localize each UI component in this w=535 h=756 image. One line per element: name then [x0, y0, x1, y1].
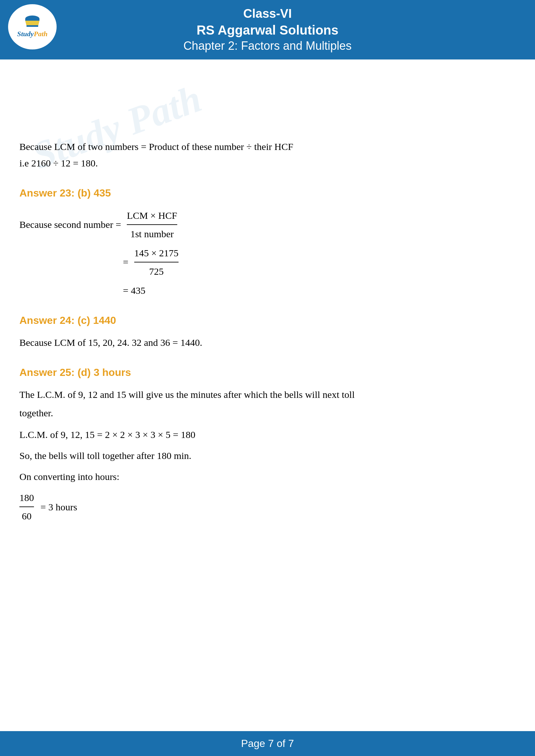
answer-24-section: Answer 24: (c) 1440 Because LCM of 15, 2… [19, 311, 516, 351]
answer-23-value: (b) 435 [78, 187, 111, 199]
logo-pen-icon [23, 15, 42, 30]
fraction2-denominator: 725 [149, 262, 164, 280]
answer-25-line4: So, the bells will toll together after 1… [19, 447, 516, 464]
svg-rect-1 [25, 19, 40, 21]
answer-25-line3: L.C.M. of 9, 12, 15 = 2 × 2 × 3 × 3 × 5 … [19, 426, 516, 443]
answer-24-heading: Answer 24: (c) 1440 [19, 311, 516, 329]
answer-25-section: Answer 25: (d) 3 hours The L.C.M. of 9, … [19, 364, 516, 524]
answer-25-value: (d) 3 hours [78, 366, 131, 378]
page-wrapper: Study Path Class-VI RS Aggarwal Solution… [0, 0, 535, 756]
answer-25-line1: The L.C.M. of 9, 12 and 15 will give us … [19, 386, 516, 403]
header-class: Class-VI [183, 6, 352, 22]
logo-circle: Study Path [8, 4, 57, 49]
answer-25-heading: Answer 25: (d) 3 hours [19, 364, 516, 381]
header-text-block: Class-VI RS Aggarwal Solutions Chapter 2… [183, 6, 352, 54]
page-header: Study Path Class-VI RS Aggarwal Solution… [0, 0, 535, 60]
svg-marker-2 [25, 21, 40, 26]
answer-23-fraction2: 145 × 2175 725 [134, 245, 179, 280]
answer-23-label: Answer 23: [19, 187, 75, 199]
answer-23-body: Because second number = LCM × HCF 1st nu… [19, 207, 516, 299]
answer-25-body: The L.C.M. of 9, 12 and 15 will give us … [19, 386, 516, 524]
fraction-180-60: 180 60 [19, 489, 34, 524]
answer-24-value: (c) 1440 [78, 314, 116, 326]
header-book: RS Aggarwal Solutions [183, 22, 352, 39]
answer-24-line1: Because LCM of 15, 20, 24. 32 and 36 = 1… [19, 334, 516, 351]
main-content: Study Path Because LCM of two numbers = … [0, 60, 535, 756]
page-number: Page 7 of 7 [13, 738, 522, 749]
fraction-180-num: 180 [19, 489, 34, 507]
equals1: = [123, 254, 128, 270]
logo-study-text: Study [17, 30, 34, 38]
answer-23-section: Answer 23: (b) 435 Because second number… [19, 184, 516, 298]
answer-23-heading: Answer 23: (b) 435 [19, 184, 516, 202]
fraction2-numerator: 145 × 2175 [134, 245, 179, 262]
logo-area: Study Path [7, 3, 58, 50]
answer-23-fraction1: LCM × HCF 1st number [127, 207, 177, 242]
answer-24-label: Answer 24: [19, 314, 75, 326]
header-chapter: Chapter 2: Factors and Multiples [183, 39, 352, 54]
answer-25-label: Answer 25: [19, 366, 75, 378]
answer-25-line5: On converting into hours: [19, 468, 516, 485]
answer-24-body: Because LCM of 15, 20, 24. 32 and 36 = 1… [19, 334, 516, 351]
intro-block: Because LCM of two numbers = Product of … [19, 138, 516, 171]
svg-rect-3 [27, 25, 38, 27]
logo-path-text: Path [34, 30, 47, 38]
page-footer: Page 7 of 7 [0, 731, 535, 756]
answer-23-result: = 435 [123, 282, 516, 299]
fraction1-denominator: 1st number [130, 225, 174, 242]
answer-23-line1: Because second number = [19, 216, 121, 233]
intro-line2: i.e 2160 ÷ 12 = 180. [19, 155, 516, 171]
answer-25-fraction-result: = 3 hours [41, 499, 77, 515]
intro-line1: Because LCM of two numbers = Product of … [19, 138, 516, 155]
answer-25-line2: together. [19, 405, 516, 421]
fraction1-numerator: LCM × HCF [127, 207, 177, 225]
answer-25-fraction-row: 180 60 = 3 hours [19, 489, 516, 524]
fraction-60-den: 60 [22, 507, 32, 524]
